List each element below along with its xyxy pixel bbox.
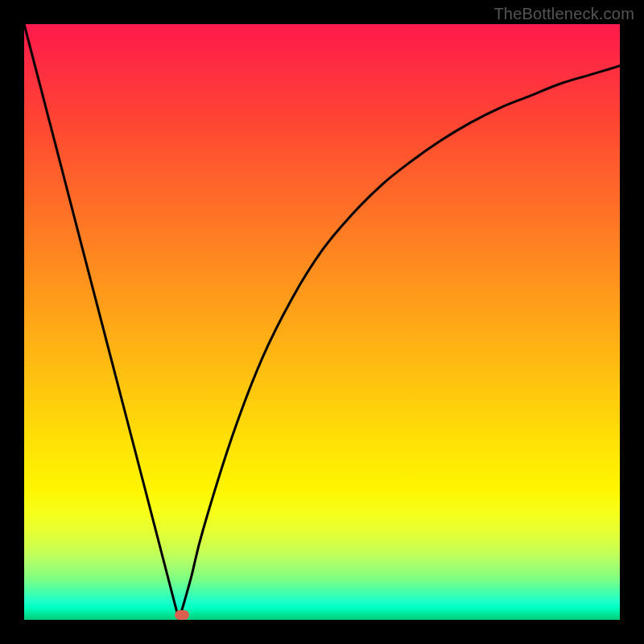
bottleneck-curve bbox=[24, 24, 620, 620]
trough-marker bbox=[175, 610, 189, 620]
curve-path bbox=[24, 24, 620, 620]
attribution-text: TheBottleneck.com bbox=[493, 5, 634, 23]
chart-frame: TheBottleneck.com bbox=[0, 0, 644, 644]
plot-area bbox=[24, 24, 620, 620]
